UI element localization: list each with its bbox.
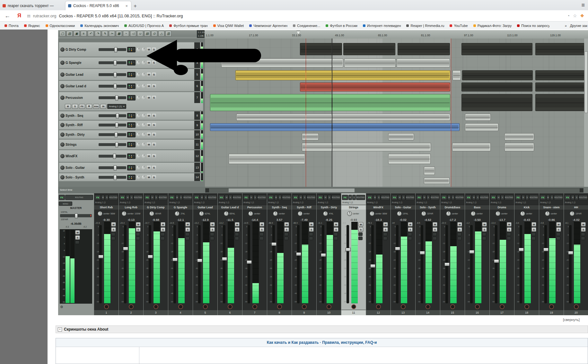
input-label: Analog 1 (1	[119, 201, 143, 205]
strip-meter	[426, 222, 432, 303]
solo-button: S	[328, 195, 331, 200]
solo-button: S	[204, 195, 207, 200]
bookmark-item[interactable]: Чемпионат Аргентин	[249, 24, 287, 28]
track-row: Solo - Guitar M S 13 M S FX ⊕	[59, 162, 203, 173]
bookmark-item[interactable]: Календарь экономич	[80, 24, 119, 28]
bookmarks-overflow-chevron[interactable]: »	[565, 24, 567, 28]
media-item	[535, 70, 588, 80]
solo-button: S	[377, 195, 381, 200]
bookmark-item[interactable]: Почта	[4, 24, 19, 28]
input-label: Analog 1 (1	[144, 201, 168, 205]
volume-value: -0.13	[119, 217, 143, 222]
bookmark-item[interactable]: AUD/USD | Прогноз А	[124, 24, 164, 28]
undo-icon: ↶	[88, 31, 94, 37]
collapse-link[interactable]: [свернуть]	[563, 318, 580, 322]
extensions-icon[interactable]: ❖	[580, 13, 584, 18]
tab-close-icon[interactable]: ×	[125, 4, 128, 8]
bookmark-favicon	[293, 24, 295, 27]
bookmark-item[interactable]: Соединение...	[293, 24, 320, 28]
pan-value: center	[501, 212, 507, 215]
other-bookmarks-button[interactable]: Другие зак	[570, 24, 587, 28]
razor-edit-icon: ✂	[109, 31, 115, 37]
master-meters: 1260-6-12-18-24-30-36-42-48-54 M S	[60, 229, 92, 304]
track-name: Solo - Guitar	[66, 166, 98, 169]
bookmark-favicon	[249, 24, 252, 27]
pan-knob	[273, 211, 278, 216]
fx-button: FX	[416, 195, 422, 200]
back-button[interactable]: ←	[0, 13, 15, 19]
strip-name: Synth - Seq	[267, 205, 292, 210]
phase-button	[556, 237, 560, 240]
input-label: Analog 1 (1	[391, 201, 415, 205]
mute-button: M	[309, 222, 314, 227]
track-name: Synth - Riff	[66, 123, 98, 127]
bookmark-item[interactable]: Поиск по запросу Го	[517, 24, 549, 28]
bookmark-item[interactable]: Visa QIWI Wallet	[213, 24, 244, 28]
bookmark-item[interactable]: YouTube	[450, 24, 468, 28]
peak-value: -0.8	[540, 222, 549, 225]
pan-value: 62%L	[205, 212, 211, 215]
strip-meter	[203, 222, 209, 303]
mute-button: M	[571, 195, 575, 200]
solo-button: S	[72, 104, 78, 109]
strip-name: Drum&Bass	[440, 205, 465, 210]
env-button	[457, 232, 461, 236]
browser-tab[interactable]: reaper скачать торрент — ×	[0, 1, 66, 10]
solo-button: S	[152, 143, 156, 147]
fx-button: FX	[293, 195, 299, 200]
track-name: Percussion	[66, 96, 98, 100]
turbo-icon[interactable]: ◔	[567, 13, 569, 18]
bookmark-label: Visa QIWI Wallet	[217, 24, 244, 28]
volume-value: -11.5	[218, 217, 242, 222]
bookmark-favicon	[80, 24, 83, 27]
env-button	[408, 232, 412, 236]
bookmark-item[interactable]: Футбол прямые тран	[169, 24, 207, 28]
solo-button: S	[152, 84, 156, 88]
volume-fader	[124, 225, 127, 303]
browser-tab[interactable]: Cockos - REAPER 5.0 x86 ×	[66, 1, 131, 10]
track-meter	[201, 140, 203, 149]
routing-button	[127, 83, 136, 89]
bookmark-star-icon[interactable]: ☆	[573, 13, 577, 18]
track-name: Synth - Dirty	[66, 133, 98, 136]
volume-fader	[396, 225, 399, 303]
fader-scale: 0-6-12-18-24-30-36-42-48-54	[342, 225, 346, 303]
reaper-screenshot-image[interactable]: ▢ ▧ ▣ ≡ ↶ ↷ ✎ ✂ ▦ ~ ◁ ∪	[58, 30, 588, 315]
footer-links[interactable]: Как качать и Как раздавать · Правила, ин…	[267, 340, 377, 345]
new-tab-button[interactable]: +	[131, 2, 139, 10]
width-knob	[142, 96, 146, 100]
routing-button	[127, 72, 136, 77]
mute-button: M	[126, 195, 129, 200]
pan-knob	[136, 154, 141, 158]
strip-number: 16	[465, 310, 489, 315]
track-volume-fader	[99, 166, 126, 169]
expand-icon[interactable]: +	[58, 327, 62, 332]
browser-menu-icon[interactable]: ≡	[581, 2, 585, 9]
solo-button: S	[111, 227, 116, 232]
bookmark-item[interactable]: Яндекс	[24, 24, 40, 28]
address-bar[interactable]: ▤ rutracker.org Cockos - REAPER 5.0 x86 …	[27, 12, 563, 20]
solo-button: S	[581, 227, 586, 232]
mixer-strip: FX M S ROUTING Analog 1 (1 Bass center	[465, 193, 489, 315]
volume-fader	[198, 225, 201, 303]
track-meter	[201, 81, 203, 91]
solo-button: S	[383, 227, 388, 232]
record-arm-button	[60, 133, 65, 137]
mute-button: M	[75, 230, 80, 235]
strip-meter	[475, 222, 481, 303]
media-item	[236, 114, 450, 121]
about-spoiler[interactable]: + Скриншоты окна About	[56, 325, 588, 333]
track-control-panel: G Dirty Comp M S 3 M S FX ⊕	[59, 42, 203, 182]
bookmark-item[interactable]: Интернет-телевиден	[363, 24, 401, 28]
yandex-logo[interactable]: Я	[15, 13, 27, 19]
bookmark-item[interactable]: Одноклассники	[46, 24, 75, 28]
bookmark-item[interactable]: Футбол в России	[326, 24, 357, 28]
width-knob	[142, 123, 146, 127]
pan-value: 95%R	[155, 212, 161, 215]
input-label: Analog 1 (1	[490, 201, 514, 205]
bookmark-item[interactable]: Радикал-Фото: Загру	[473, 24, 512, 28]
phase-button	[383, 237, 387, 240]
media-item	[461, 82, 532, 91]
strip-meter	[178, 222, 185, 303]
bookmark-item[interactable]: Reaper | Rmmedia.ru	[406, 24, 444, 28]
